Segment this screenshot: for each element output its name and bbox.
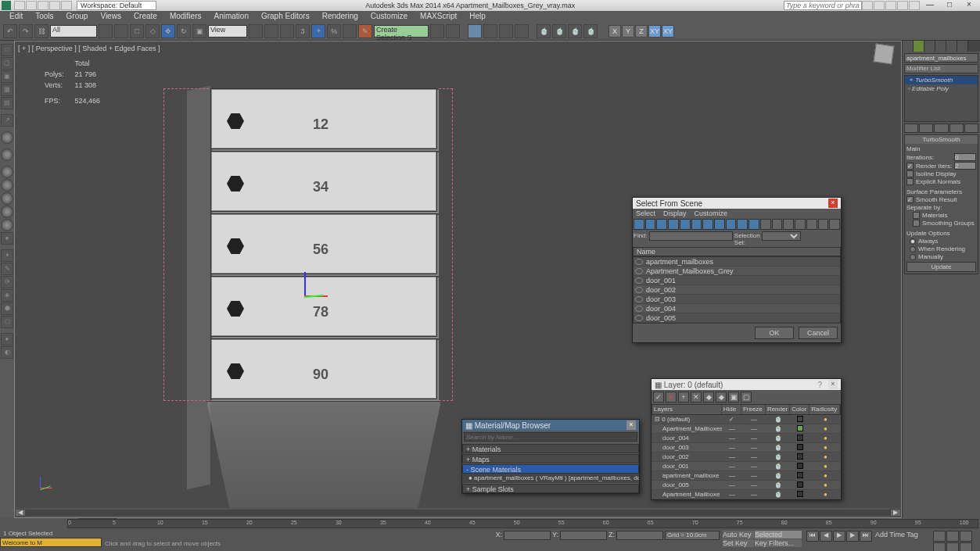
menu-item[interactable]: Tools [29,11,59,22]
select-from-scene-dialog[interactable]: Select From Scene× SelectDisplayCustomiz… [632,197,842,343]
welcome-script[interactable]: Welcome to M [0,538,102,547]
find-input[interactable] [649,231,733,241]
tool-button[interactable] [821,231,831,241]
layer-row[interactable]: door_003——🍵 [652,443,841,453]
filter-button[interactable] [645,219,656,230]
rollout-header[interactable]: TurboSmooth [905,135,978,144]
left-tool-button[interactable]: ● [1,166,13,178]
left-tool-button[interactable]: ✦ [1,249,13,262]
render-button[interactable]: 🍵 [552,24,566,38]
scene-list-item[interactable]: door_005 [634,313,840,323]
redo-button[interactable]: ↷ [19,24,33,38]
tool-button[interactable] [430,24,444,38]
sg-check[interactable] [913,220,920,227]
render-button[interactable]: 🍵 [537,24,551,38]
nav-button[interactable] [946,542,959,551]
snap-button[interactable]: ⌖ [311,24,325,38]
axis-x-button[interactable]: X [608,25,621,38]
tool-button[interactable] [280,24,294,38]
prev-frame-button[interactable]: ◀ [820,531,832,542]
minimize-button[interactable]: — [921,1,939,10]
left-tool-button[interactable]: ▤ [1,97,13,109]
key-mode-dropdown[interactable]: Selected [755,531,802,538]
layer-tool[interactable]: ✕ [691,392,702,403]
selection-set-dropdown[interactable] [762,231,801,241]
infocenter-btn[interactable] [862,1,873,10]
filter-button[interactable] [714,219,725,230]
scale-button[interactable]: ▣ [192,24,206,38]
isoline-check[interactable] [906,170,914,177]
filter-button[interactable] [737,219,748,230]
tool-button[interactable]: ✎ [358,24,372,38]
viewcube[interactable] [873,43,894,64]
menu-item[interactable]: Group [60,11,95,22]
setkey-button[interactable]: Set Key [723,539,754,547]
filter-button[interactable] [772,219,783,230]
stack-btn[interactable] [904,123,918,133]
stack-btn[interactable] [919,123,933,133]
manually-radio[interactable] [910,254,916,260]
tool-button[interactable] [831,231,840,241]
iterations-spinner[interactable]: 0 [954,153,976,161]
left-tool-button[interactable]: ☀ [1,219,13,231]
tool-button[interactable] [114,24,128,38]
undo-button[interactable]: ↶ [3,24,17,38]
qat-btn[interactable] [26,1,37,10]
layer-tool[interactable]: ✓ [653,392,664,403]
menu-item[interactable]: MAXScript [414,11,463,22]
filter-button[interactable] [691,219,702,230]
left-tool-button[interactable]: ● [1,333,13,345]
render-button[interactable]: 🍵 [568,24,582,38]
left-tool-button[interactable]: ◐ [1,131,13,144]
category-materials[interactable]: + Materials [462,444,639,453]
filter-button[interactable] [818,219,829,230]
menu-item[interactable]: Create [127,11,163,22]
close-button[interactable]: × [960,1,978,10]
materials-check[interactable] [913,212,920,219]
infocenter-btn[interactable] [885,1,896,10]
cancel-button[interactable]: Cancel [799,327,838,339]
left-tool-button[interactable]: □ [1,44,13,56]
menu-item[interactable]: Rendering [316,11,364,22]
goto-end-button[interactable]: ⏭ [860,531,872,542]
layer-tool[interactable]: ✕ [666,392,677,403]
next-frame-button[interactable]: ▶ [846,531,859,542]
qat-btn[interactable] [49,1,60,10]
layer-tool[interactable]: + [678,392,689,403]
menu-item[interactable]: Views [94,11,127,22]
nav-button[interactable] [933,542,946,551]
left-tool-button[interactable]: ⬡ [1,316,13,328]
left-tool-button[interactable]: ● [1,232,13,245]
dialog-menu-item[interactable]: Select [636,209,655,217]
motion-tab[interactable] [935,41,946,52]
category-sample-slots[interactable]: + Sample Slots [462,484,639,493]
search-input[interactable] [464,432,637,442]
tool-button[interactable] [515,24,529,38]
close-button[interactable]: × [828,199,838,208]
stack-btn[interactable] [934,123,948,133]
filter-button[interactable] [783,219,794,230]
modify-tab[interactable] [914,41,924,52]
filter-button[interactable] [634,219,644,230]
layer-row[interactable]: door_001——🍵 [652,462,841,471]
filter-button[interactable] [726,219,737,230]
material-item[interactable]: ● apartment_mailboxes ( VRayMtl ) [apart… [462,474,639,483]
goto-start-button[interactable]: ⏮ [806,531,819,542]
display-tab[interactable] [946,41,957,52]
hierarchy-tab[interactable] [924,41,935,52]
link-button[interactable]: ⛓ [34,24,48,38]
layer-tool[interactable]: ▢ [741,392,752,403]
always-radio[interactable] [910,238,916,245]
close-button[interactable]: × [626,420,636,430]
z-field[interactable] [616,531,663,540]
scene-list-item[interactable]: door_003 [634,295,840,304]
add-time-tag[interactable]: Add Time Tag [875,531,930,538]
tool-button[interactable] [499,24,513,38]
left-tool-button[interactable]: ◐ [1,346,13,359]
scene-list-item[interactable]: door_001 [634,276,840,285]
infocenter-btn[interactable] [874,1,885,10]
autokey-button[interactable]: Auto Key [723,531,754,538]
ref-coord-dropdown[interactable]: View [208,25,247,38]
axis-xy-button[interactable]: XY [648,25,661,38]
object-name-field[interactable]: apartment_mailboxes [904,53,978,63]
